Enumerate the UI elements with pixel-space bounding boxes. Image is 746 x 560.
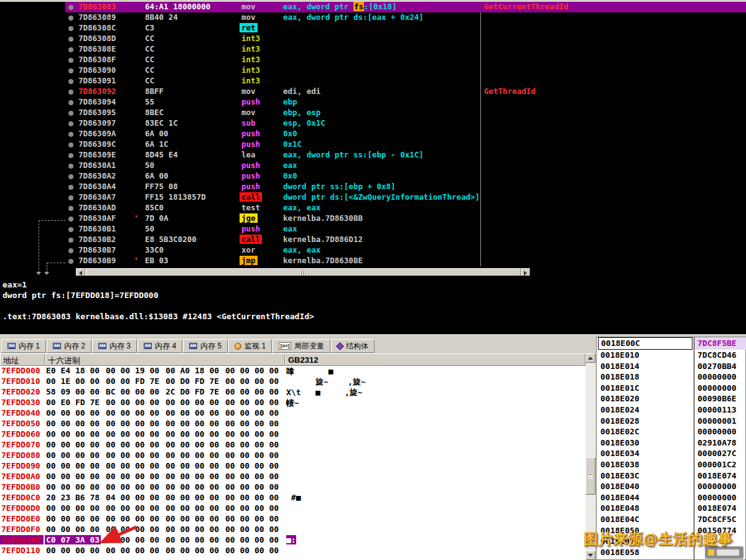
scroll-down-button[interactable] (585, 551, 595, 560)
stack-row[interactable]: 0018E04000000000 (597, 482, 745, 493)
disasm-row[interactable]: 7D86309A6A 00push0x0 (0, 129, 746, 139)
disasm-row[interactable]: 7D86308364:A1 18000000moveax, dword ptr … (0, 2, 746, 12)
stack-top-value[interactable]: 7DC8F5BE (694, 337, 746, 350)
tab-struct[interactable]: 结构体 (331, 339, 375, 353)
disasm-row[interactable]: 7D8630B2E8 5B3C0200callkernelba.7D886D12 (0, 235, 746, 245)
memory-row[interactable]: 7EFDD0D000 00 00 0000 00 00 0000 00 00 0… (0, 503, 585, 514)
breakpoint-dot[interactable] (68, 100, 73, 105)
stack-address: 0018E040 (600, 482, 640, 491)
stack-row[interactable]: 0018E0107DC8CD46 (597, 350, 745, 362)
memory-row[interactable]: 7EFDD02058 09 00 00BC 00 00 002C D0 FD 7… (0, 387, 585, 398)
memory-row[interactable]: 7EFDD0B000 00 00 0000 00 00 0000 00 00 0… (0, 482, 585, 493)
memory-row[interactable]: 7EFDD0C020 23 B6 7804 00 00 0000 00 00 0… (0, 493, 585, 503)
tab-memory-5[interactable]: 内存 5 (183, 339, 228, 353)
disasm-row[interactable]: 7D8630A150pusheax (0, 161, 746, 171)
disasm-row[interactable]: 7D8630A26A 00push0x0 (0, 171, 746, 182)
disasm-row[interactable]: 7D86309C6A 1Cpush0x1C (0, 139, 746, 150)
breakpoint-dot[interactable] (68, 68, 73, 73)
memory-row[interactable]: 7EFDD100C0 07 3A 0300 00 00 0000 00 00 0… (0, 535, 585, 546)
disasm-row[interactable]: 7D86308ECCint3 (0, 44, 746, 55)
stack-row[interactable]: 0018E02000090B6E (597, 394, 745, 405)
breakpoint-dot[interactable] (68, 259, 73, 264)
breakpoint-dot[interactable] (68, 132, 73, 137)
tab-memory-2[interactable]: 内存 2 (47, 339, 91, 353)
memory-row[interactable]: 7EFDD0F000 00 00 0000 00 00 0000 00 00 0… (0, 525, 585, 535)
memory-bytes-group: 00 00 00 00 (46, 503, 100, 513)
breakpoint-dot[interactable] (68, 238, 73, 243)
disasm-row[interactable]: 7D8630958BECmovebp, esp (0, 108, 746, 118)
stack-row[interactable]: 0018E03C0018E074 (597, 471, 745, 482)
breakpoint-dot[interactable] (68, 195, 73, 200)
memory-row[interactable]: 7EFDD04000 00 00 0000 00 00 0000 00 00 0… (0, 408, 585, 419)
stack-row[interactable]: 0018E01800000000 (597, 372, 745, 383)
breakpoint-dot[interactable] (68, 227, 73, 232)
stack-row[interactable]: 0018E04C7DC8CF5C (597, 515, 745, 526)
disasm-row[interactable]: 7D863090CCint3 (0, 65, 746, 76)
scrollbar-thumb[interactable] (585, 457, 595, 495)
memory-row[interactable]: 7EFDD05000 00 00 0000 00 00 0000 00 00 0… (0, 419, 585, 429)
breakpoint-dot[interactable] (68, 185, 73, 190)
memory-row[interactable]: 7EFDD06000 00 00 0000 00 00 0000 00 00 0… (0, 429, 585, 440)
scroll-up-button[interactable] (585, 353, 595, 363)
breakpoint-dot[interactable] (68, 164, 73, 169)
disasm-row[interactable]: 7D86308CC3ret (0, 23, 746, 34)
memory-row[interactable]: 7EFDD0A000 00 00 0000 00 00 0000 00 00 0… (0, 472, 585, 482)
stack-row[interactable]: 0018E038000001C2 (597, 460, 745, 471)
memory-row[interactable]: 7EFDD01000 1E 00 0000 00 FD 7E00 D0 FD 7… (0, 376, 585, 387)
stack-row[interactable]: 0018E03002910A78 (597, 438, 745, 449)
memory-row[interactable]: 7EFDD08000 00 00 0000 00 00 0000 00 00 0… (0, 450, 585, 461)
breakpoint-dot[interactable] (68, 47, 73, 52)
disasm-row[interactable]: 7D86309E8D45 E4leaeax, dword ptr ss:[ebp… (0, 150, 746, 161)
breakpoint-dot[interactable] (68, 90, 73, 95)
memory-row[interactable]: 7EFDD07000 00 00 0000 00 00 0000 00 00 0… (0, 440, 585, 450)
breakpoint-dot[interactable] (68, 58, 73, 63)
breakpoint-dot[interactable] (68, 16, 73, 21)
disasm-row[interactable]: 7D8630B9▾EB 03jmpkernelba.7D8630BE (0, 256, 746, 266)
disasm-row[interactable]: 7D8630B733C0xoreax, eax (0, 245, 746, 256)
memory-row[interactable]: 7EFDD0E000 00 00 0000 00 00 0000 00 00 0… (0, 514, 585, 525)
stack-row[interactable]: 0018E01400270BB4 (597, 362, 745, 373)
breakpoint-dot[interactable] (68, 248, 73, 253)
stack-header-row[interactable]: 0018E00C 7DC8F5BE (597, 337, 745, 350)
disasm-row[interactable]: 7D8630928BFFmovedi, ediGetThreadId (0, 86, 746, 97)
disasm-row[interactable]: 7D86309455pushebp (0, 97, 746, 108)
memory-row[interactable]: 7EFDD03000 E0 FD 7E00 00 00 0000 00 00 0… (0, 398, 585, 408)
memory-row[interactable]: 7EFDD09000 00 00 0000 00 00 0000 00 00 0… (0, 461, 585, 472)
breakpoint-dot[interactable] (68, 79, 73, 84)
tab-locals[interactable]: [x=]局部变量 (273, 339, 330, 353)
disasm-row[interactable]: 7D8630A4FF75 08pushdword ptr ss:[ebp + 0… (0, 182, 746, 192)
disasm-row[interactable]: 7D8630B150pusheax (0, 224, 746, 235)
memory-row[interactable]: 7EFDD000E0 E4 18 0000 00 19 0000 A0 18 0… (0, 366, 585, 376)
breakpoint-dot[interactable] (68, 153, 73, 158)
disasm-row[interactable]: 7D8630898B40 24moveax, dword ptr ds:[eax… (0, 12, 746, 23)
stack-top-address[interactable]: 0018E00C (598, 337, 692, 350)
breakpoint-dot[interactable] (68, 174, 73, 179)
stack-row[interactable]: 0018E0480018E074 (597, 503, 745, 515)
breakpoint-dot[interactable] (68, 121, 73, 126)
breakpoint-dot[interactable] (68, 217, 73, 222)
stack-row[interactable]: 0018E01C00000000 (597, 383, 745, 394)
disasm-row[interactable]: 7D863091CCint3 (0, 76, 746, 86)
stack-row[interactable]: 0018E04400000000 (597, 493, 745, 504)
disasm-row[interactable]: 7D86308DCCint3 (0, 34, 746, 44)
disasm-row[interactable]: 7D8630AD85C0testeax, eax (0, 203, 746, 213)
tab-watch-1[interactable]: 监视 1 (228, 339, 272, 353)
disasm-row[interactable]: 7D8630AF▾7D 0Ajgekernelba.7D8630BB (0, 213, 746, 224)
breakpoint-dot[interactable] (68, 206, 73, 211)
memory-row[interactable]: 7EFDD11000 00 00 0000 00 00 0000 00 00 0… (0, 546, 585, 556)
stack-row[interactable]: 0018E02C00000000 (597, 427, 745, 438)
tab-memory-4[interactable]: 内存 4 (138, 339, 182, 353)
breakpoint-dot[interactable] (68, 37, 73, 42)
tab-memory-3[interactable]: 内存 3 (92, 339, 137, 353)
breakpoint-dot[interactable] (68, 142, 73, 147)
stack-row[interactable]: 0018E02800000001 (597, 416, 745, 427)
disasm-row[interactable]: 7D86308FCCint3 (0, 55, 746, 65)
tab-memory-1[interactable]: 内存 1 (1, 339, 46, 353)
disasm-row[interactable]: 7D8630A7FF15 1813857Dcalldword ptr ds:[<… (0, 192, 746, 203)
stack-row[interactable]: 0018E02400000113 (597, 405, 745, 416)
stack-row[interactable]: 0018E0340000027C (597, 449, 745, 460)
breakpoint-dot[interactable] (68, 26, 73, 31)
disasm-row[interactable]: 7D86309783EC 1Csubesp, 0x1C (0, 118, 746, 129)
breakpoint-dot[interactable] (68, 111, 73, 116)
breakpoint-dot[interactable] (68, 5, 73, 10)
